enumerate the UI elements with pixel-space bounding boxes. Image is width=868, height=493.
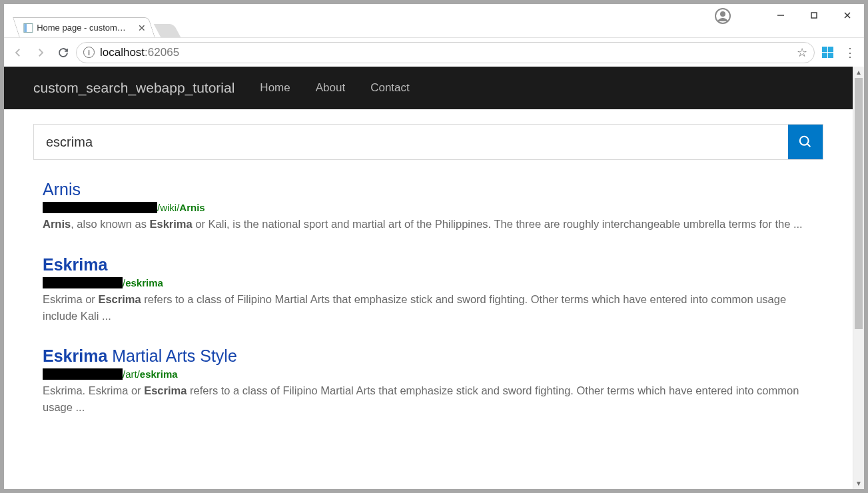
result-url[interactable]: /eskrima [43,277,814,288]
windows-extension-icon[interactable] [817,43,837,63]
result-snippet: Eskrima or Escrima refers to a class of … [43,291,814,324]
search-icon [798,135,813,149]
result-title[interactable]: Eskrima Martial Arts Style [43,346,814,366]
titlebar: Home page - custom_se… ✕ [4,4,864,37]
tab-close-icon[interactable]: ✕ [138,23,146,33]
viewport: custom_search_webapp_tutorial Home About… [4,67,864,489]
browser-window: Home page - custom_se… ✕ i localhost:6 [4,4,864,489]
back-button [8,43,28,63]
result-title[interactable]: Arnis [43,180,814,199]
nav-home[interactable]: Home [260,81,290,95]
account-icon[interactable] [715,8,731,24]
search-bar [33,124,823,160]
browser-menu-icon[interactable]: ⋮ [840,45,860,60]
tab-title: Home page - custom_se… [37,23,130,33]
search-result: Eskrima Martial Arts Style/art/eskrimaEs… [43,346,814,416]
search-result: Arnis/wiki/ArnisArnis, also known as Esk… [43,180,814,233]
scroll-thumb[interactable] [855,78,863,329]
bookmark-star-icon[interactable]: ☆ [797,45,807,60]
nav-about[interactable]: About [316,81,345,95]
svg-line-7 [807,144,811,147]
address-bar-row: i localhost:62065 ☆ ⋮ [4,37,864,67]
maximize-button[interactable] [797,4,831,27]
search-result: Eskrima/eskrimaEskrima or Escrima refers… [43,255,814,324]
redacted-domain [43,277,123,288]
minimize-button[interactable] [764,4,797,27]
browser-tab[interactable]: Home page - custom_se… ✕ [13,17,155,37]
site-brand[interactable]: custom_search_webapp_tutorial [33,80,234,96]
search-button[interactable] [788,125,823,159]
search-results: Arnis/wiki/ArnisArnis, also known as Esk… [43,180,814,416]
result-url[interactable]: /art/eskrima [43,368,814,380]
redacted-domain [43,368,123,380]
address-bar[interactable]: i localhost:62065 ☆ [76,42,815,63]
forward-button [31,43,51,63]
page-content: custom_search_webapp_tutorial Home About… [4,67,853,489]
svg-point-1 [720,11,725,17]
site-info-icon[interactable]: i [83,47,95,58]
tab-strip: Home page - custom_se… ✕ [16,4,177,37]
vertical-scrollbar[interactable]: ▲ ▼ [853,67,864,489]
redacted-domain [43,202,157,213]
result-title[interactable]: Eskrima [43,255,814,274]
svg-point-6 [800,137,809,145]
scroll-down-arrow[interactable]: ▼ [853,478,864,489]
search-input[interactable] [34,125,788,159]
close-window-button[interactable] [831,4,864,27]
reload-button[interactable] [53,43,73,63]
result-snippet: Arnis, also known as Eskrima or Kali, is… [43,216,814,233]
nav-contact[interactable]: Contact [370,81,410,95]
new-tab-button[interactable] [154,24,181,37]
result-snippet: Eskrima. Eskrima or Escrima refers to a … [43,382,814,416]
scroll-up-arrow[interactable]: ▲ [853,67,864,78]
url-text: localhost:62065 [100,46,179,59]
site-nav: custom_search_webapp_tutorial Home About… [4,67,853,109]
svg-rect-3 [811,13,817,18]
favicon-icon [23,23,33,33]
window-controls [764,4,864,27]
result-url[interactable]: /wiki/Arnis [43,202,814,213]
